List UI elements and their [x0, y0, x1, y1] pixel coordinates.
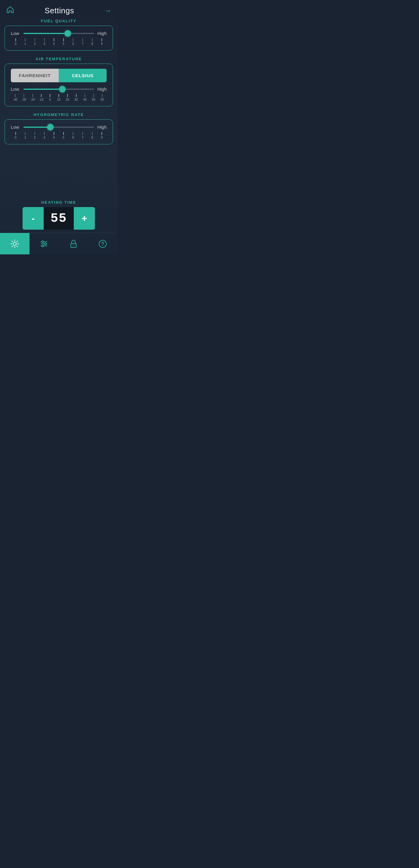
air-temp-section: AIR TEMPERATURE FAHRENHEIT CELSIUS Low H… [0, 57, 118, 111]
tick-label: 10 [57, 98, 60, 101]
tick-label: 0 [49, 98, 51, 101]
temp-unit-toggle[interactable]: FAHRENHEIT CELSIUS [11, 69, 107, 82]
tick-mark [93, 94, 94, 97]
tick-item: 9 [97, 38, 107, 45]
tick-item: 9 [97, 132, 107, 139]
tick-item: 10 [55, 94, 63, 101]
tick-mark [101, 132, 102, 135]
tick-item: 0 [46, 94, 55, 101]
tick-label: 2 [34, 136, 36, 139]
hygro-slider[interactable] [24, 127, 94, 128]
nav-help[interactable]: ? [88, 233, 118, 254]
tick-mark [33, 94, 33, 97]
fuel-quality-section: FUEL QUALITY Low High 0123456789 [0, 19, 118, 56]
tick-item: 0 [11, 132, 21, 139]
tick-item: 2 [30, 38, 40, 45]
tick-mark [102, 94, 103, 97]
air-temp-slider-row: Low High [11, 87, 107, 92]
page-title: Settings [44, 6, 74, 16]
tick-label: -20 [30, 98, 35, 101]
tick-label: 9 [101, 42, 103, 45]
tick-mark [50, 94, 50, 97]
tick-item: 4 [49, 132, 59, 139]
tick-label: 1 [24, 42, 26, 45]
hygro-box: Low High 0123456789 [4, 119, 113, 144]
air-temp-thumb[interactable] [59, 86, 66, 93]
air-temp-fill [24, 89, 62, 90]
hygro-ticks: 0123456789 [11, 132, 107, 139]
svg-point-5 [44, 243, 46, 245]
fuel-quality-label: FUEL QUALITY [0, 19, 118, 23]
tick-mark [58, 94, 59, 97]
tick-mark [63, 38, 64, 41]
tick-item: 6 [68, 38, 78, 45]
heating-minus-button[interactable]: - [23, 207, 44, 230]
fuel-quality-thumb[interactable] [64, 30, 71, 37]
svg-point-0 [13, 242, 16, 245]
fuel-quality-fill [24, 33, 68, 34]
fuel-quality-low-label: Low [11, 31, 21, 36]
tick-item: 1 [21, 38, 30, 45]
tick-mark [35, 38, 35, 41]
sliders-icon [39, 239, 49, 249]
tick-mark [85, 94, 85, 97]
tick-item: 1 [21, 132, 30, 139]
heating-plus-button[interactable]: + [74, 207, 95, 230]
tick-mark [73, 38, 73, 41]
hygro-track [24, 127, 94, 128]
tick-item: 6 [68, 132, 78, 139]
nav-settings[interactable] [0, 233, 30, 254]
tick-label: 4 [53, 42, 55, 45]
nav-sliders[interactable] [30, 233, 59, 254]
header: Settings → [0, 0, 118, 19]
page-container: Settings → FUEL QUALITY Low High 0123456… [0, 0, 118, 254]
tick-item: 50 [89, 94, 98, 101]
tick-label: 40 [83, 98, 87, 101]
help-icon: ? [98, 239, 108, 249]
middle-space [0, 150, 118, 200]
tick-label: 7 [82, 136, 84, 139]
tick-item: -40 [11, 94, 20, 101]
lock-icon: 0 [68, 239, 78, 249]
tick-item: 7 [78, 38, 88, 45]
fuel-quality-slider-row: Low High [11, 31, 107, 36]
nav-lock[interactable]: 0 [59, 233, 88, 254]
tick-item: 0 [11, 38, 21, 45]
hygro-fill [24, 127, 50, 128]
svg-text:0: 0 [73, 244, 74, 247]
heating-time-section: HEATING TIME - 55 + [0, 200, 118, 233]
settings-icon [10, 239, 20, 249]
tick-item: -10 [37, 94, 46, 101]
tick-item: 40 [80, 94, 89, 101]
svg-point-4 [42, 241, 44, 243]
tick-label: 0 [15, 136, 17, 139]
tick-mark [54, 38, 54, 41]
tick-item: 8 [87, 38, 97, 45]
tick-item: 30 [72, 94, 80, 101]
bottom-nav: 0 ? [0, 233, 118, 254]
tick-label: 6 [72, 42, 74, 45]
tick-item: 7 [78, 132, 88, 139]
fuel-quality-track [24, 33, 94, 34]
tick-mark [25, 132, 26, 135]
home-icon[interactable] [6, 5, 14, 16]
svg-point-6 [42, 245, 44, 247]
celsius-button[interactable]: CELSIUS [59, 69, 107, 82]
tick-label: 7 [82, 42, 84, 45]
next-arrow-icon[interactable]: → [104, 6, 111, 15]
fuel-quality-ticks: 0123456789 [11, 38, 107, 45]
tick-mark [25, 38, 26, 41]
tick-mark [101, 38, 102, 41]
hygro-thumb[interactable] [47, 124, 54, 130]
air-temp-high-label: High [97, 87, 107, 92]
fahrenheit-button[interactable]: FAHRENHEIT [11, 69, 59, 82]
tick-label: -30 [22, 98, 26, 101]
tick-label: 4 [53, 136, 55, 139]
tick-mark [41, 94, 41, 97]
heating-controls: - 55 + [0, 207, 118, 230]
hygro-slider-row: Low High [11, 124, 107, 130]
air-temp-slider[interactable] [24, 89, 94, 90]
tick-mark [15, 38, 16, 41]
fuel-quality-slider[interactable] [24, 33, 94, 34]
tick-label: 20 [66, 98, 69, 101]
